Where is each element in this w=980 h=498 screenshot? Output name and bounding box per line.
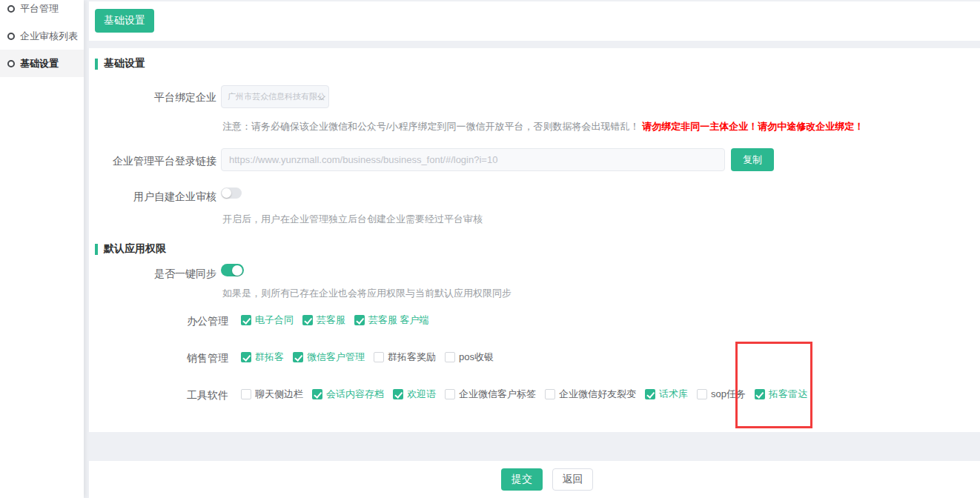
- permission-checkbox-item[interactable]: 欢迎语: [393, 388, 436, 401]
- permission-checkbox-item[interactable]: 会话内容存档: [312, 388, 384, 401]
- note-gray-text: 注意：请务必确保该企业微信和公众号/小程序绑定到同一微信开放平台，否则数据将会出…: [222, 121, 640, 132]
- group-items-tools: 聊天侧边栏 会话内容存档 欢迎语 企业微信客户标签 企业微信好友裂变 话术库: [241, 387, 816, 402]
- permission-label: 芸客服: [317, 313, 345, 327]
- permission-label: 聊天侧边栏: [255, 388, 303, 401]
- permission-checkbox-item[interactable]: 话术库: [645, 388, 688, 401]
- sidebar-item-enterprise-audit-list[interactable]: 企业审核列表: [0, 22, 84, 50]
- permission-checkbox-item-tuoke-radar[interactable]: 拓客雷达: [755, 388, 807, 401]
- login-link-input[interactable]: [221, 148, 725, 171]
- checkbox-checked-icon: [354, 315, 365, 325]
- permission-label: sop任务: [711, 388, 746, 401]
- group-label-tools: 工具软件: [89, 389, 228, 402]
- permission-label: 芸客服 客户端: [368, 313, 429, 327]
- section-title-default-permissions: 默认应用权限: [95, 242, 166, 256]
- sidebar-menu: 平台管理 企业审核列表 基础设置: [0, 0, 84, 77]
- checkbox-checked-icon: [302, 315, 313, 325]
- permission-label: pos收银: [459, 351, 494, 364]
- permission-label: 会话内容存档: [326, 388, 384, 401]
- permission-label: 话术库: [659, 388, 688, 401]
- permission-checkbox-item[interactable]: 芸客服 客户端: [354, 313, 429, 327]
- permission-checkbox-item[interactable]: 芸客服: [302, 313, 345, 327]
- group-label-office: 办公管理: [89, 315, 228, 328]
- submit-button[interactable]: 提交: [501, 468, 543, 491]
- platform-company-label: 平台绑定企业: [89, 91, 216, 104]
- section-bar-icon: [95, 244, 98, 255]
- login-link-label: 企业管理平台登录链接: [89, 155, 216, 168]
- toggle-knob-icon: [232, 265, 242, 276]
- checkbox-unchecked-icon: [241, 389, 251, 399]
- sidebar: 平台管理 企业审核列表 基础设置: [0, 0, 84, 498]
- permission-label: 群拓客奖励: [388, 351, 436, 364]
- sidebar-item-label: 平台管理: [20, 2, 59, 16]
- sidebar-item-basic-settings[interactable]: 基础设置: [0, 50, 84, 77]
- checkbox-unchecked-icon: [545, 389, 555, 399]
- permission-label: 企业微信好友裂变: [559, 388, 636, 401]
- group-items-office: 电子合同 芸客服 芸客服 客户端: [241, 313, 438, 328]
- permission-checkbox-item[interactable]: 群拓客奖励: [374, 351, 436, 364]
- permission-checkbox-item[interactable]: 企业微信好友裂变: [545, 388, 636, 401]
- copy-button[interactable]: 复制: [731, 148, 774, 171]
- checkbox-checked-icon: [241, 315, 251, 325]
- basic-settings-tab-button[interactable]: 基础设置: [95, 9, 154, 33]
- main-area: 基础设置 基础设置 平台绑定企业 广州市芸众信息科技有限公 注意：请务必确保该企…: [89, 0, 980, 498]
- permission-checkbox-item[interactable]: sop任务: [697, 388, 746, 401]
- group-label-sales: 销售管理: [89, 352, 228, 365]
- checkbox-checked-icon: [645, 389, 655, 399]
- checkbox-unchecked-icon: [445, 352, 455, 362]
- footer-bar: 提交 返回: [89, 461, 980, 498]
- checkbox-checked-icon: [293, 352, 303, 362]
- permission-label: 微信客户管理: [307, 351, 365, 364]
- top-toolbar: 基础设置: [89, 1, 980, 41]
- radio-circle-icon: [7, 5, 15, 13]
- platform-company-value: 广州市芸众信息科技有限公: [228, 91, 325, 102]
- checkbox-unchecked-icon: [445, 389, 455, 399]
- highlight-box: [735, 342, 812, 428]
- radio-circle-icon: [7, 60, 15, 67]
- settings-panel: 基础设置 平台绑定企业 广州市芸众信息科技有限公 注意：请务必确保该企业微信和公…: [89, 48, 980, 432]
- permission-checkbox-item[interactable]: 企业微信客户标签: [445, 388, 536, 401]
- radio-circle-icon: [7, 33, 15, 40]
- permission-label: 群拓客: [255, 351, 284, 364]
- sidebar-item-platform-management[interactable]: 平台管理: [0, 0, 84, 22]
- user-audit-toggle[interactable]: [221, 187, 242, 199]
- section-bar-icon: [95, 59, 98, 70]
- user-audit-label: 用户自建企业审核: [89, 190, 216, 204]
- checkbox-checked-icon: [393, 389, 403, 399]
- checkbox-unchecked-icon: [697, 389, 707, 399]
- section-title-text: 默认应用权限: [104, 242, 166, 256]
- permission-label: 电子合同: [255, 313, 294, 327]
- section-title-basic-settings: 基础设置: [95, 57, 145, 70]
- section-title-text: 基础设置: [104, 57, 145, 70]
- permission-label: 企业微信客户标签: [459, 388, 536, 401]
- checkbox-checked-icon: [312, 389, 322, 399]
- checkbox-checked-icon: [755, 389, 765, 399]
- sidebar-item-label: 企业审核列表: [20, 30, 78, 43]
- permission-checkbox-item[interactable]: 聊天侧边栏: [241, 388, 303, 401]
- toggle-knob-icon: [222, 188, 231, 198]
- permission-checkbox-item[interactable]: 电子合同: [241, 313, 294, 327]
- group-items-sales: 群拓客 微信客户管理 群拓客奖励 pos收银: [241, 350, 503, 365]
- platform-company-note: 注意：请务必确保该企业微信和公众号/小程序绑定到同一微信开放平台，否则数据将会出…: [222, 120, 864, 133]
- one-key-sync-helper: 如果是，则所有已存在企业也会将应用权限与当前默认应用权限同步: [222, 287, 511, 300]
- checkbox-checked-icon: [241, 352, 251, 362]
- note-red-text: 请勿绑定非同一主体企业！请勿中途修改企业绑定！: [642, 121, 864, 132]
- permission-label: 欢迎语: [407, 388, 436, 401]
- user-audit-helper: 开启后，用户在企业管理独立后台创建企业需要经过平台审核: [222, 213, 483, 226]
- platform-company-select[interactable]: 广州市芸众信息科技有限公: [221, 85, 329, 108]
- one-key-sync-toggle[interactable]: [221, 264, 244, 276]
- one-key-sync-label: 是否一键同步: [89, 268, 216, 281]
- sidebar-item-label: 基础设置: [20, 57, 59, 70]
- permission-checkbox-item[interactable]: pos收银: [445, 351, 494, 364]
- checkbox-unchecked-icon: [374, 352, 384, 362]
- back-button[interactable]: 返回: [552, 468, 593, 491]
- permission-checkbox-item[interactable]: 群拓客: [241, 351, 284, 364]
- permission-checkbox-item[interactable]: 微信客户管理: [293, 351, 365, 364]
- permission-label: 拓客雷达: [769, 388, 807, 401]
